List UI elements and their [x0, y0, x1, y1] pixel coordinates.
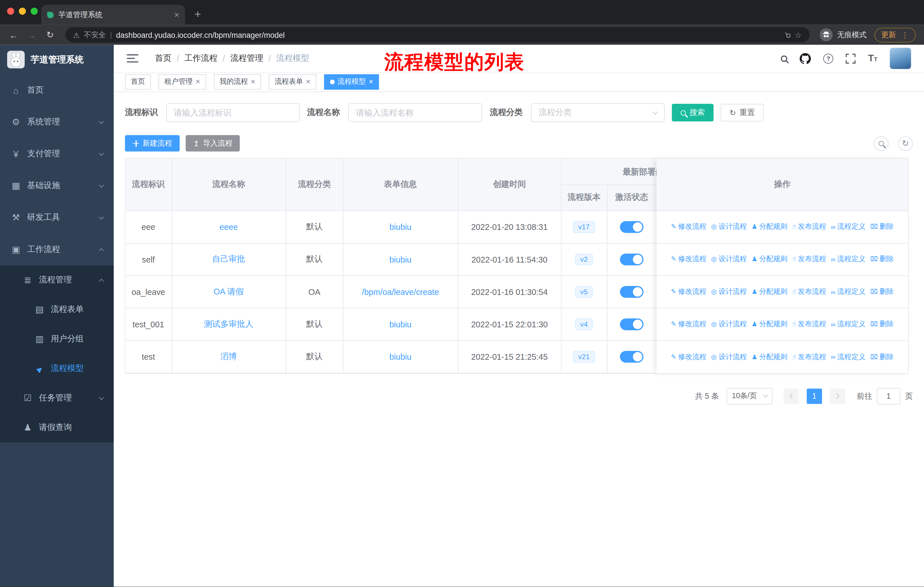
process-definition-link[interactable]: ∞流程定义: [831, 287, 866, 297]
import-process-button[interactable]: ↥ 导入流程: [186, 135, 240, 152]
breadcrumb-home[interactable]: 首页: [155, 53, 172, 64]
tag-close-icon[interactable]: ×: [306, 78, 310, 86]
process-category-select[interactable]: 流程分类: [531, 103, 665, 122]
activation-toggle[interactable]: [620, 253, 643, 265]
process-definition-link[interactable]: ∞流程定义: [831, 319, 866, 329]
sidebar-item-payment[interactable]: ¥ 支付管理: [0, 138, 114, 170]
design-process-link[interactable]: ◎设计流程: [711, 319, 747, 329]
process-definition-link[interactable]: ∞流程定义: [831, 222, 866, 232]
process-definition-link[interactable]: ∞流程定义: [831, 254, 866, 264]
back-button[interactable]: ←: [8, 30, 19, 40]
delete-process-link[interactable]: ⌧删除: [870, 254, 894, 264]
bookmark-star-icon[interactable]: ☆: [795, 30, 802, 39]
process-name-input[interactable]: [348, 103, 482, 122]
assign-rule-link[interactable]: ♟分配规则: [752, 222, 787, 232]
edit-process-link[interactable]: ✎修改流程: [671, 222, 706, 232]
minimize-window-button[interactable]: [19, 8, 26, 15]
form-info-link[interactable]: /bpm/oa/leave/create: [362, 287, 439, 296]
url-text[interactable]: dashboard.yudao.iocoder.cn/bpm/manager/m…: [116, 30, 781, 39]
process-name-link[interactable]: 自己审批: [212, 254, 245, 263]
delete-process-link[interactable]: ⌧删除: [870, 352, 894, 362]
goto-page-input[interactable]: [877, 388, 900, 404]
form-info-link[interactable]: biubiu: [389, 352, 412, 361]
activation-toggle[interactable]: [620, 318, 643, 330]
process-name-link[interactable]: OA 请假: [213, 286, 244, 296]
hamburger-icon[interactable]: [127, 54, 139, 63]
tag-close-icon[interactable]: ×: [251, 78, 256, 86]
tag-my-process[interactable]: 我的流程 ×: [214, 74, 261, 89]
tag-process-model[interactable]: 流程模型 ×: [324, 74, 379, 89]
page-1-button[interactable]: 1: [807, 389, 822, 403]
publish-process-link[interactable]: ☝发布流程: [792, 254, 826, 264]
tab-close-icon[interactable]: ×: [175, 10, 179, 20]
edit-process-link[interactable]: ✎修改流程: [671, 319, 706, 329]
tag-close-icon[interactable]: ×: [369, 78, 373, 86]
page-size-select[interactable]: 10条/页: [727, 388, 772, 404]
process-name-link[interactable]: eeee: [219, 222, 238, 231]
show-search-button[interactable]: [874, 136, 888, 150]
breadcrumb-process-mgmt[interactable]: 流程管理: [230, 53, 263, 64]
user-avatar[interactable]: [890, 48, 911, 69]
edit-process-link[interactable]: ✎修改流程: [671, 352, 706, 362]
font-size-icon[interactable]: TT: [868, 53, 878, 64]
process-name-link[interactable]: 测试多审批人: [204, 319, 254, 328]
prev-page-button[interactable]: [784, 389, 799, 403]
assign-rule-link[interactable]: ♟分配规则: [752, 254, 787, 264]
fullscreen-icon[interactable]: [846, 53, 856, 63]
edit-process-link[interactable]: ✎修改流程: [671, 287, 706, 297]
design-process-link[interactable]: ◎设计流程: [711, 254, 747, 264]
publish-process-link[interactable]: ☝发布流程: [792, 287, 826, 297]
password-key-icon[interactable]: ⚲: [783, 30, 793, 40]
sidebar-item-user-group[interactable]: ▥ 用户分组: [0, 324, 114, 354]
sidebar-item-system[interactable]: ⚙ 系统管理: [0, 106, 114, 138]
browser-menu-dots-icon[interactable]: ⋮: [901, 30, 909, 39]
tag-close-icon[interactable]: ×: [196, 78, 200, 86]
search-button[interactable]: 搜索: [672, 104, 713, 122]
sidebar-item-process-form[interactable]: ▤ 流程表单: [0, 295, 114, 324]
zoom-window-button[interactable]: [31, 8, 38, 15]
publish-process-link[interactable]: ☝发布流程: [792, 319, 826, 329]
sidebar-item-leave-query[interactable]: ♟ 请假查询: [0, 413, 114, 442]
sidebar-item-task-mgmt[interactable]: ☑ 任务管理: [0, 383, 114, 413]
close-window-button[interactable]: [7, 8, 14, 15]
edit-process-link[interactable]: ✎修改流程: [671, 254, 706, 264]
assign-rule-link[interactable]: ♟分配规则: [752, 352, 787, 362]
reset-button[interactable]: ↻ 重置: [721, 104, 764, 122]
browser-update-button[interactable]: 更新 ⋮: [874, 28, 916, 42]
assign-rule-link[interactable]: ♟分配规则: [752, 287, 787, 297]
form-info-link[interactable]: biubiu: [389, 319, 412, 329]
design-process-link[interactable]: ◎设计流程: [711, 287, 747, 297]
activation-toggle[interactable]: [620, 286, 643, 298]
delete-process-link[interactable]: ⌧删除: [870, 222, 894, 232]
refresh-button[interactable]: ↻: [898, 136, 912, 150]
tag-process-form[interactable]: 流程表单 ×: [269, 74, 317, 89]
search-icon[interactable]: [781, 55, 787, 62]
delete-process-link[interactable]: ⌧删除: [870, 319, 894, 329]
help-icon[interactable]: ?: [823, 53, 833, 63]
form-info-link[interactable]: biubiu: [389, 222, 412, 231]
process-id-input[interactable]: [166, 103, 300, 122]
form-info-link[interactable]: biubiu: [389, 255, 412, 264]
new-tab-button[interactable]: +: [195, 8, 201, 21]
process-definition-link[interactable]: ∞流程定义: [831, 352, 866, 362]
delete-process-link[interactable]: ⌧删除: [870, 287, 894, 297]
publish-process-link[interactable]: ☝发布流程: [792, 352, 826, 362]
sidebar-item-process-model[interactable]: ► 流程模型: [0, 354, 114, 383]
activation-toggle[interactable]: [620, 351, 643, 362]
process-name-link[interactable]: 滔博: [220, 351, 237, 360]
design-process-link[interactable]: ◎设计流程: [711, 222, 747, 232]
tag-tenant[interactable]: 租户管理 ×: [158, 74, 206, 89]
security-label[interactable]: 不安全: [84, 30, 106, 40]
design-process-link[interactable]: ◎设计流程: [711, 352, 747, 362]
tag-home[interactable]: 首页: [125, 74, 151, 89]
activation-toggle[interactable]: [620, 221, 643, 232]
address-bar[interactable]: ⚠ 不安全 | dashboard.yudao.iocoder.cn/bpm/m…: [65, 27, 809, 42]
assign-rule-link[interactable]: ♟分配规则: [752, 319, 787, 329]
sidebar-item-workflow[interactable]: ▣ 工作流程: [0, 233, 114, 265]
breadcrumb-workflow[interactable]: 工作流程: [185, 53, 218, 64]
reload-button[interactable]: ↻: [45, 30, 55, 40]
next-page-button[interactable]: [830, 389, 845, 403]
sidebar-item-devtools[interactable]: ⚒ 研发工具: [0, 202, 114, 233]
sidebar-item-infra[interactable]: ▦ 基础设施: [0, 170, 114, 202]
sidebar-item-process-mgmt[interactable]: ≣ 流程管理: [0, 265, 114, 295]
